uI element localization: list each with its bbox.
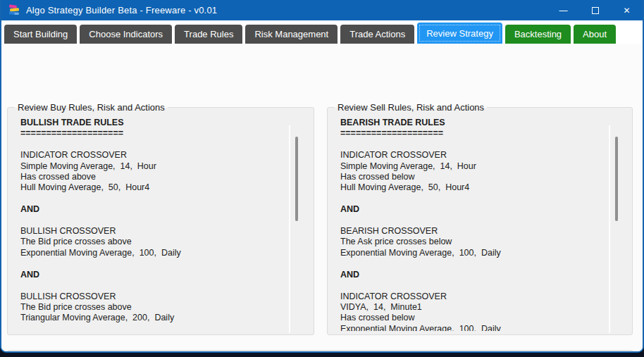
sell-rules-groupbox: Review Sell Rules, Risk and Actions BEAR… [327, 107, 633, 335]
footer-panel: Need Help? ... Save Run Strategy [7, 350, 633, 353]
rule-line: Has crossed below [340, 172, 605, 182]
rule-line: BULLISH CROSSOVER [20, 226, 285, 237]
maximize-icon [592, 7, 599, 14]
rule-line: The Bid price crosses above [20, 302, 285, 313]
rule-line: INDICATOR CROSSOVER [20, 150, 285, 161]
tab-backtesting[interactable]: Backtesting [505, 25, 571, 44]
minimize-icon: — [559, 6, 568, 15]
rule-line: ==================== [20, 128, 285, 139]
rule-line: BULLISH TRADE RULES [20, 118, 285, 128]
rule-line [20, 258, 285, 269]
rule-line: Triangular Moving Average, 200, Daily [20, 313, 285, 323]
rule-line: Exponential Moving Average, 100, Daily [340, 324, 605, 331]
rule-line [340, 280, 605, 291]
buy-rules-scrollbar-track[interactable] [289, 125, 290, 333]
rule-line: INDICATOR CROSSOVER [340, 150, 605, 161]
tab-about[interactable]: About [574, 25, 616, 44]
tab-choose-indicators[interactable]: Choose Indicators [80, 25, 172, 44]
buy-rules-group-title: Review Buy Rules, Risk and Actions [15, 102, 168, 113]
window-title: Algo Strategy Builder Beta - Freeware - … [26, 5, 217, 15]
rule-line: Has crossed above [20, 172, 285, 182]
close-button[interactable]: ✕ [611, 0, 643, 20]
rule-line: Simple Moving Average, 14, Hour [340, 161, 605, 172]
rule-line: Simple Moving Average, 14, Hour [20, 161, 285, 172]
rule-line [20, 194, 285, 204]
maximize-button[interactable] [579, 0, 611, 20]
sell-rules-scrollbar-track[interactable] [609, 125, 610, 333]
rule-line: BEARISH TRADE RULES [340, 118, 605, 128]
rule-line: AND [20, 204, 285, 215]
sell-rules-group-title: Review Sell Rules, Risk and Actions [335, 102, 487, 113]
rule-line: Exponential Moving Average, 100, Daily [340, 248, 605, 258]
app-logo-icon [8, 4, 20, 16]
rule-line: The Bid price crosses above [20, 237, 285, 247]
close-icon: ✕ [623, 6, 630, 15]
rule-line [340, 215, 605, 226]
rule-line: BULLISH CROSSOVER [20, 292, 285, 302]
tab-trade-rules[interactable]: Trade Rules [175, 25, 242, 44]
minimize-button[interactable]: — [547, 0, 579, 20]
rule-line: The Ask price crosses below [340, 237, 605, 247]
tab-review-strategy[interactable]: Review Strategy [417, 23, 502, 44]
rule-line: AND [340, 204, 605, 215]
tab-start-building[interactable]: Start Building [4, 25, 77, 44]
main-area: Review Buy Rules, Risk and Actions BULLI… [1, 44, 643, 351]
rule-line: Exponential Moving Average, 100, Daily [20, 248, 285, 258]
rule-line [340, 139, 605, 150]
window-controls: — ✕ [547, 0, 643, 20]
rule-line: VIDYA, 14, Minute1 [340, 302, 605, 313]
sell-rules-scrollbar-thumb[interactable] [615, 137, 618, 221]
sell-rules-textbox[interactable]: BEARISH TRADE RULES==================== … [340, 118, 605, 331]
rule-line: Hull Moving Average, 50, Hour4 [20, 182, 285, 193]
app-window: Algo Strategy Builder Beta - Freeware - … [0, 0, 644, 353]
rule-line [340, 194, 605, 204]
tab-trade-actions[interactable]: Trade Actions [340, 25, 414, 44]
rule-line: BEARISH CROSSOVER [340, 226, 605, 237]
buy-rules-groupbox: Review Buy Rules, Risk and Actions BULLI… [7, 107, 314, 335]
buy-rules-textbox[interactable]: BULLISH TRADE RULES==================== … [20, 118, 285, 331]
rule-line [20, 139, 285, 150]
rule-line [20, 280, 285, 291]
rule-line: INDICATOR CROSSOVER [340, 292, 605, 302]
rule-line: Hull Moving Average, 50, Hour4 [340, 182, 605, 193]
rule-line: ==================== [340, 128, 605, 139]
rule-line: Has crossed below [340, 313, 605, 323]
tab-risk-management[interactable]: Risk Management [245, 25, 338, 44]
rule-line: AND [340, 270, 605, 280]
rule-line [20, 215, 285, 226]
buy-rules-scrollbar-thumb[interactable] [295, 137, 298, 221]
title-bar: Algo Strategy Builder Beta - Freeware - … [1, 0, 643, 20]
rule-line: AND [20, 270, 285, 280]
tab-strip: Start Building Choose Indicators Trade R… [1, 20, 643, 44]
rule-line [340, 258, 605, 269]
